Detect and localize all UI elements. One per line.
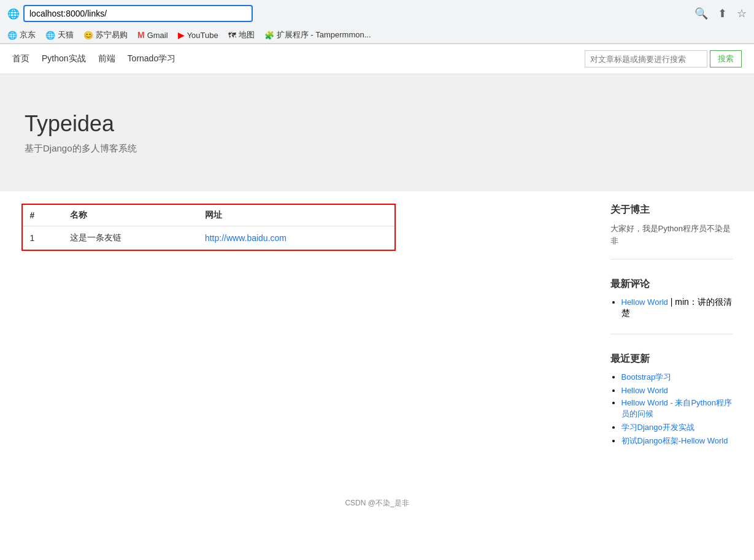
watermark: CSDN @不染_是非: [0, 492, 754, 515]
comments-list: Hellow World | min：讲的很清楚: [610, 297, 733, 319]
bookmark-label: 京东: [20, 29, 36, 40]
bookmark-label: 天猫: [58, 29, 74, 40]
sidebar-recent: 最近更新 Bootstrap学习 Hellow World Hellow Wor…: [610, 353, 733, 461]
recent-link-4[interactable]: 初试Django框架-Hellow World: [621, 436, 728, 445]
search-icon[interactable]: 🔍: [694, 7, 708, 20]
bookmark-youtube[interactable]: ▶ YouTube: [178, 30, 218, 40]
address-bar-container: 🌐: [7, 5, 253, 22]
jingdong-icon: 🌐: [7, 31, 17, 40]
nav-tornado[interactable]: Tornado学习: [128, 53, 176, 64]
table-row: 1 这是一条友链 http://www.baidu.com: [22, 226, 395, 251]
list-item: Hellow World: [621, 385, 733, 395]
recent-title: 最近更新: [610, 353, 733, 366]
main-layout: # 名称 网址 1 这是一条友链 http://www.baidu.com 关于…: [9, 191, 745, 492]
row-name: 这是一条友链: [63, 226, 198, 251]
col-name: 名称: [63, 204, 198, 226]
sidebar-about: 关于博主 大家好，我是Python程序员不染是非: [610, 204, 733, 259]
nav-links: 首页 Python实战 前端 Tornado学习: [12, 53, 175, 64]
bookmark-jingdong[interactable]: 🌐 京东: [7, 29, 36, 40]
recent-link-0[interactable]: Bootstrap学习: [621, 372, 672, 382]
list-item: Hellow World | min：讲的很清楚: [621, 297, 733, 319]
site-nav: 首页 Python实战 前端 Tornado学习 搜索: [0, 44, 754, 74]
bookmarks-bar: 🌐 京东 🌐 天猫 😊 苏宁易购 M Gmail ▶ YouTube 🗺 地图 …: [0, 27, 754, 44]
links-table: # 名称 网址 1 这是一条友链 http://www.baidu.com: [21, 204, 396, 251]
nav-home[interactable]: 首页: [12, 53, 29, 64]
tampermonkey-icon: 🧩: [264, 31, 274, 40]
bookmark-suning[interactable]: 😊 苏宁易购: [83, 29, 128, 40]
address-bar[interactable]: [23, 5, 253, 22]
nav-python[interactable]: Python实战: [42, 53, 86, 64]
bookmark-icon[interactable]: ☆: [737, 7, 747, 20]
sidebar: 关于博主 大家好，我是Python程序员不染是非 最新评论 Hellow Wor…: [610, 204, 733, 480]
nav-frontend[interactable]: 前端: [98, 53, 115, 64]
row-url: http://www.baidu.com: [198, 226, 395, 251]
bookmark-label: 苏宁易购: [96, 29, 128, 40]
bookmark-label: YouTube: [187, 31, 218, 40]
list-item: 学习Django开发实战: [621, 422, 733, 433]
about-title: 关于博主: [610, 204, 733, 217]
browser-action-icons: 🔍 ⬆ ☆: [694, 7, 747, 20]
browser-chrome: 🌐 🔍 ⬆ ☆ 🌐 京东 🌐 天猫 😊 苏宁易购 M Gmail ▶ YouTu: [0, 0, 754, 44]
recent-link-2[interactable]: Hellow World - 来自Python程序员的问候: [621, 398, 732, 418]
gmail-icon: M: [137, 30, 145, 40]
youtube-icon: ▶: [178, 30, 185, 40]
bookmark-label: 扩展程序 - Tampermmon...: [277, 29, 371, 40]
search-area: 搜索: [585, 50, 742, 67]
comment-link[interactable]: Hellow World: [621, 297, 668, 307]
search-input[interactable]: [585, 50, 707, 67]
content-area: # 名称 网址 1 这是一条友链 http://www.baidu.com: [21, 204, 610, 480]
recent-list: Bootstrap学习 Hellow World Hellow World - …: [610, 372, 733, 447]
bookmark-tampermonkey[interactable]: 🧩 扩展程序 - Tampermmon...: [264, 29, 371, 40]
globe-icon: 🌐: [7, 8, 20, 20]
hero-subtitle: 基于Django的多人博客系统: [25, 143, 729, 155]
list-item: Hellow World - 来自Python程序员的问候: [621, 397, 733, 420]
recent-link-3[interactable]: 学习Django开发实战: [621, 423, 694, 432]
bookmark-maps[interactable]: 🗺 地图: [228, 29, 255, 40]
sidebar-comments: 最新评论 Hellow World | min：讲的很清楚: [610, 278, 733, 334]
col-num: #: [22, 204, 63, 226]
comments-title: 最新评论: [610, 278, 733, 291]
suning-icon: 😊: [83, 31, 93, 40]
about-content: 大家好，我是Python程序员不染是非: [610, 223, 733, 247]
bookmark-tianmao[interactable]: 🌐 天猫: [45, 29, 74, 40]
recent-link-1[interactable]: Hellow World: [621, 386, 668, 395]
hero-banner: Typeidea 基于Django的多人博客系统: [0, 74, 754, 191]
search-button[interactable]: 搜索: [710, 50, 742, 67]
list-item: Bootstrap学习: [621, 372, 733, 383]
browser-toolbar: 🌐 🔍 ⬆ ☆: [0, 0, 754, 27]
bookmark-label: 地图: [239, 29, 255, 40]
row-num: 1: [22, 226, 63, 251]
col-url: 网址: [198, 204, 395, 226]
share-icon[interactable]: ⬆: [718, 7, 727, 20]
hero-title: Typeidea: [25, 111, 729, 137]
bookmark-gmail[interactable]: M Gmail: [137, 30, 168, 40]
list-item: 初试Django框架-Hellow World: [621, 435, 733, 447]
link-url-anchor[interactable]: http://www.baidu.com: [205, 233, 287, 243]
bookmark-label: Gmail: [147, 31, 168, 40]
tianmao-icon: 🌐: [45, 31, 55, 40]
maps-icon: 🗺: [228, 31, 236, 40]
